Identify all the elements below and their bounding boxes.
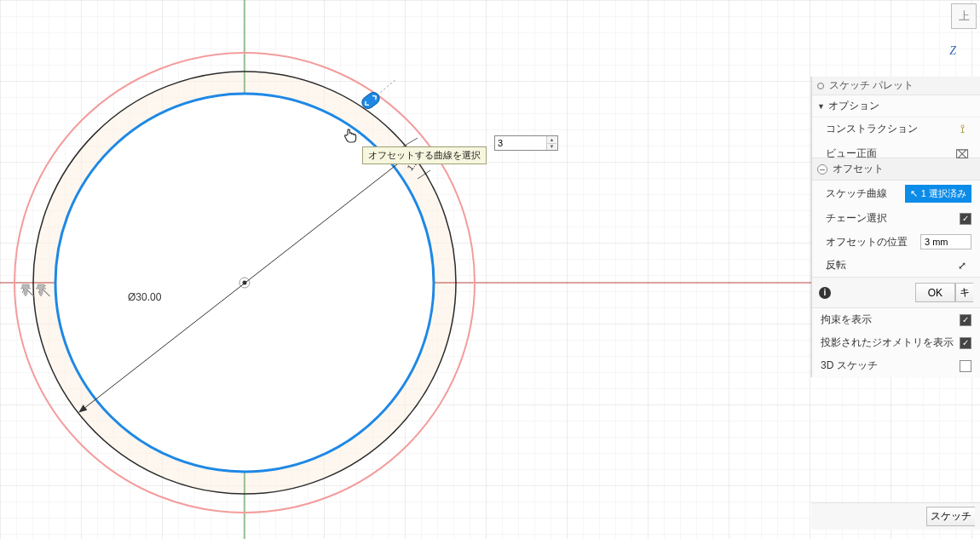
3d-sketch-label: 3D スケッチ <box>821 358 960 373</box>
spinner-down[interactable]: ▼ <box>547 144 556 151</box>
finish-sketch-button[interactable]: スケッチ <box>926 507 975 526</box>
panel-title: スケッチ パレット <box>829 78 914 93</box>
view-front-icon[interactable]: ⌧ <box>953 147 971 161</box>
chain-select-label: チェーン選択 <box>826 211 960 226</box>
z-axis-label: Z <box>949 44 956 58</box>
offset-position-input[interactable] <box>920 234 971 249</box>
ok-button[interactable]: OK <box>915 283 955 302</box>
info-icon[interactable]: i <box>819 287 831 299</box>
offset-subpanel-header[interactable]: – オフセット <box>812 158 980 181</box>
viewcube-top[interactable]: 上 <box>951 3 977 29</box>
offset-value-field[interactable] <box>495 136 546 150</box>
construction-icon[interactable]: ⟟ <box>953 122 971 136</box>
constraint-icons[interactable] <box>19 283 49 298</box>
show-constraints-label: 拘束を表示 <box>821 313 960 327</box>
tooltip: オフセットする曲線を選択 <box>362 146 487 164</box>
construction-row[interactable]: コンストラクション ⟟ <box>812 118 980 140</box>
panel-pin-icon[interactable] <box>817 83 824 89</box>
disclosure-triangle-icon: ▼ <box>817 102 825 111</box>
show-projected-checkbox[interactable]: ✓ <box>960 337 971 349</box>
sketch-curve-label: スケッチ曲線 <box>826 186 905 201</box>
spinner-up[interactable]: ▲ <box>547 136 556 144</box>
panel-title-bar[interactable]: スケッチ パレット <box>812 77 980 95</box>
collapse-icon[interactable]: – <box>817 164 827 175</box>
3d-sketch-checkbox[interactable] <box>960 360 971 372</box>
selection-chip[interactable]: ↖ 1 選択済み <box>905 185 971 203</box>
hand-cursor-icon <box>343 126 360 146</box>
chain-select-checkbox[interactable]: ✓ <box>960 213 971 225</box>
flip-label: 反転 <box>826 258 953 272</box>
diameter-label[interactable]: Ø30.00 <box>128 291 161 303</box>
options-section-header[interactable]: ▼ オプション <box>812 95 980 118</box>
offset-inline-input[interactable]: ▲ ▼ <box>494 135 558 151</box>
cancel-button[interactable]: キ <box>955 283 973 302</box>
flip-icon[interactable]: ⤢ <box>953 260 971 272</box>
sketch-palette-panel: スケッチ パレット ▼ オプション コンストラクション ⟟ ビュー正面 ⌧ – … <box>811 77 980 377</box>
show-projected-label: 投影されたジオメトリを表示 <box>821 335 960 350</box>
view-front-label: ビュー正面 <box>826 146 953 161</box>
cursor-icon: ↖ <box>910 188 918 199</box>
offset-position-label: オフセットの位置 <box>826 235 920 249</box>
show-constraints-checkbox[interactable]: ✓ <box>960 314 971 326</box>
